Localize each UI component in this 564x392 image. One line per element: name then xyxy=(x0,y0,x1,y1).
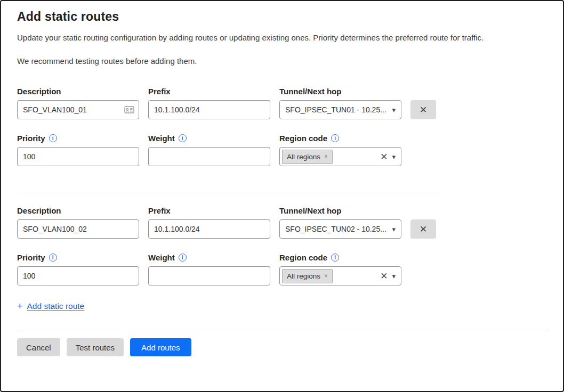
close-icon: ✕ xyxy=(420,105,427,115)
description-input[interactable] xyxy=(17,219,139,239)
chip-remove-icon[interactable]: × xyxy=(324,272,328,280)
region-label: Region code xyxy=(279,253,327,262)
chevron-down-icon: ▾ xyxy=(392,273,396,280)
prefix-input[interactable] xyxy=(148,219,270,239)
route-block-2: Description Prefix Tunnel/Next hop SFO_I… xyxy=(17,206,547,285)
prefix-field: Prefix xyxy=(148,206,270,239)
test-routes-button[interactable]: Test routes xyxy=(67,338,124,356)
plus-icon: + xyxy=(17,301,23,311)
prefix-label: Prefix xyxy=(148,87,171,96)
region-select[interactable]: All regions × ✕ ▾ xyxy=(279,266,401,285)
tunnel-label: Tunnel/Next hop xyxy=(279,206,341,215)
remove-route-button[interactable]: ✕ xyxy=(410,100,436,119)
description-field: Description xyxy=(17,206,139,239)
close-icon: ✕ xyxy=(420,225,427,234)
weight-input[interactable] xyxy=(148,266,270,285)
region-chip[interactable]: All regions × xyxy=(282,150,333,164)
info-icon[interactable]: i xyxy=(179,134,187,142)
weight-label: Weight xyxy=(148,134,175,143)
prefix-input[interactable] xyxy=(148,100,270,119)
clear-icon[interactable]: ✕ xyxy=(380,272,388,281)
chevron-down-icon: ▾ xyxy=(392,153,396,160)
cancel-button[interactable]: Cancel xyxy=(17,338,60,356)
weight-label: Weight xyxy=(148,253,175,262)
page-title: Add static routes xyxy=(17,10,547,24)
tunnel-select-value: SFO_IPSEC_TUN02 - 10.25... xyxy=(285,225,388,233)
priority-label: Priority xyxy=(17,134,45,143)
tunnel-field: Tunnel/Next hop SFO_IPSEC_TUN02 - 10.25.… xyxy=(279,206,401,239)
region-label: Region code xyxy=(279,134,327,143)
description-label: Description xyxy=(17,87,61,96)
description-label: Description xyxy=(17,206,61,215)
priority-field: Priority i xyxy=(17,253,139,285)
footer-divider xyxy=(16,331,548,331)
weight-field: Weight i xyxy=(148,253,270,285)
region-field: Region code i All regions × ✕ ▾ xyxy=(279,253,401,285)
description-field: Description xyxy=(17,87,139,119)
chip-remove-icon[interactable]: × xyxy=(324,153,328,160)
note-text: We recommend testing routes before addin… xyxy=(17,56,547,66)
weight-input[interactable] xyxy=(148,147,270,166)
add-static-route-label: Add static route xyxy=(27,301,85,311)
description-input[interactable] xyxy=(17,100,139,119)
tunnel-select[interactable]: SFO_IPSEC_TUN01 - 10.25... ▾ xyxy=(279,100,401,119)
prefix-label: Prefix xyxy=(148,206,171,215)
footer-actions: Cancel Test routes Add routes xyxy=(17,338,547,356)
remove-route-button[interactable]: ✕ xyxy=(410,219,436,239)
tunnel-label: Tunnel/Next hop xyxy=(279,87,341,96)
region-field: Region code i All regions × ✕ ▾ xyxy=(279,134,401,166)
priority-field: Priority i xyxy=(17,134,139,166)
add-static-routes-dialog: Add static routes Update your static rou… xyxy=(1,1,563,391)
section-divider xyxy=(17,192,438,192)
weight-field: Weight i xyxy=(148,134,270,166)
chevron-down-icon: ▾ xyxy=(392,107,396,113)
chevron-down-icon: ▾ xyxy=(392,226,396,233)
route-block-1: Description xyxy=(17,87,547,166)
priority-label: Priority xyxy=(17,253,45,262)
info-icon[interactable]: i xyxy=(331,254,339,262)
tunnel-select[interactable]: SFO_IPSEC_TUN02 - 10.25... ▾ xyxy=(279,219,401,239)
info-icon[interactable]: i xyxy=(331,134,339,142)
region-chip-label: All regions xyxy=(287,272,320,280)
priority-input[interactable] xyxy=(17,266,139,285)
tunnel-select-value: SFO_IPSEC_TUN01 - 10.25... xyxy=(285,105,388,114)
tunnel-field: Tunnel/Next hop SFO_IPSEC_TUN01 - 10.25.… xyxy=(279,87,401,119)
region-chip-label: All regions xyxy=(287,153,320,161)
info-icon[interactable]: i xyxy=(49,134,57,142)
priority-input[interactable] xyxy=(17,147,139,166)
add-static-route-link[interactable]: + Add static route xyxy=(17,301,84,311)
clear-icon[interactable]: ✕ xyxy=(380,152,388,161)
add-routes-button[interactable]: Add routes xyxy=(130,338,191,356)
info-icon[interactable]: i xyxy=(49,254,57,262)
intro-text: Update your static routing configuration… xyxy=(17,33,547,42)
contact-card-icon[interactable] xyxy=(124,106,134,113)
region-chip[interactable]: All regions × xyxy=(282,269,333,283)
info-icon[interactable]: i xyxy=(179,254,187,262)
prefix-field: Prefix xyxy=(148,87,270,119)
region-select[interactable]: All regions × ✕ ▾ xyxy=(279,147,401,166)
